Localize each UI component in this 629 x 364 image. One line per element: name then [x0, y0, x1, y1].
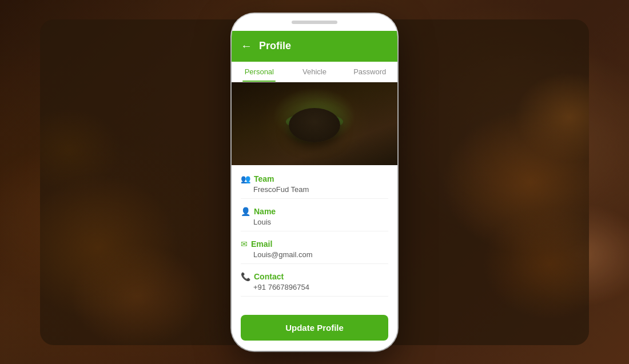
contact-icon: 📞 [241, 272, 250, 281]
email-value: Louis@gmail.com [241, 250, 388, 259]
food-image-inner [232, 82, 397, 165]
contact-label: Contact [254, 272, 284, 281]
field-contact: 📞 Contact +91 7667896754 [241, 272, 388, 297]
team-divider [241, 198, 388, 199]
field-team: 👥 Team FrescoFud Team [241, 174, 388, 199]
back-button[interactable]: ← [241, 39, 252, 53]
notch-pill [292, 21, 337, 24]
email-divider [241, 263, 388, 264]
food-right-bg [395, 19, 589, 345]
tab-password[interactable]: Password [342, 62, 397, 82]
email-icon: ✉ [241, 239, 248, 249]
profile-fields: 👥 Team FrescoFud Team 👤 Name Louis [232, 165, 397, 309]
team-value: FrescoFud Team [241, 185, 388, 194]
team-label: Team [254, 174, 274, 183]
food-left-bg [40, 19, 234, 345]
contact-divider [241, 296, 388, 297]
tab-vehicle[interactable]: Vehicle [287, 62, 343, 82]
email-label: Email [251, 239, 272, 249]
team-label-row: 👥 Team [241, 174, 388, 183]
contact-label-row: 📞 Contact [241, 272, 388, 281]
page-title: Profile [259, 40, 291, 52]
phone-wrapper: ← Profile Personal Vehicle Password [232, 14, 397, 351]
field-email: ✉ Email Louis@gmail.com [241, 239, 388, 264]
name-icon: 👤 [241, 207, 250, 216]
name-label-row: 👤 Name [241, 207, 388, 216]
phone-content: 👥 Team FrescoFud Team 👤 Name Louis [232, 82, 397, 351]
field-name: 👤 Name Louis [241, 207, 388, 231]
name-divider [241, 231, 388, 231]
tab-personal[interactable]: Personal [232, 62, 287, 82]
team-icon: 👥 [241, 174, 250, 183]
name-value: Louis [241, 218, 388, 226]
bowl-shape [289, 108, 340, 142]
app-header: ← Profile [232, 31, 397, 62]
contact-value: +91 7667896754 [241, 283, 388, 291]
phone-shell: ← Profile Personal Vehicle Password [232, 14, 397, 351]
email-label-row: ✉ Email [241, 239, 388, 249]
update-profile-button[interactable]: Update Profile [241, 315, 388, 341]
profile-food-image [232, 82, 397, 165]
name-label: Name [254, 207, 276, 216]
tabs-bar: Personal Vehicle Password [232, 62, 397, 82]
phone-notch [232, 14, 397, 31]
